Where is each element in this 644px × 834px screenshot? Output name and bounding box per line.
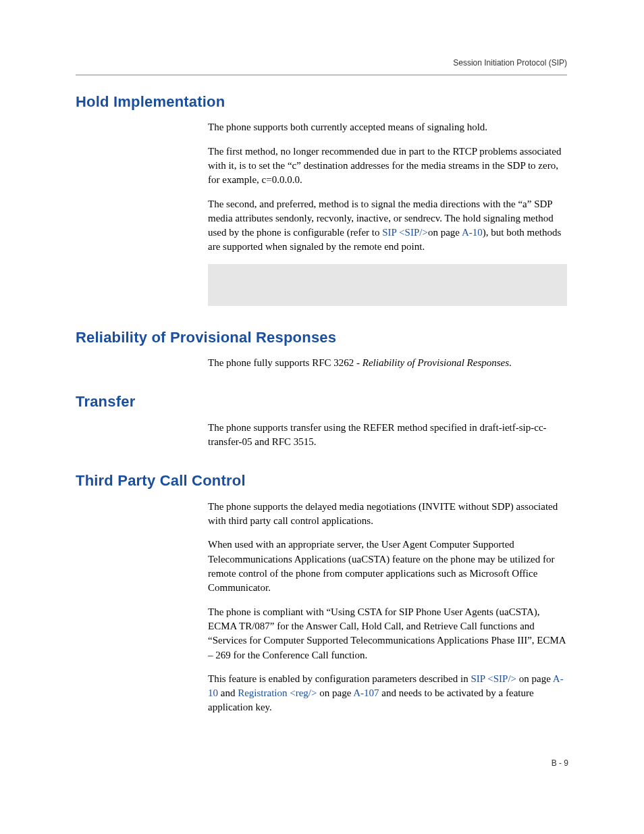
text-run: This feature is enabled by configuration… — [208, 673, 471, 684]
note-box — [208, 264, 567, 306]
paragraph: The phone supports both currently accept… — [208, 120, 567, 134]
section-body: The phone fully supports RFC 3262 - Reli… — [208, 356, 567, 370]
page-content: Session Initiation Protocol (SIP) Hold I… — [76, 58, 567, 715]
section-third-party-call-control: Third Party Call Control The phone suppo… — [76, 472, 567, 714]
paragraph: The first method, no longer recommended … — [208, 145, 567, 188]
heading-hold-implementation: Hold Implementation — [76, 93, 567, 111]
link-sip[interactable]: SIP <SIP/> — [382, 227, 428, 238]
page-number: B - 9 — [552, 758, 568, 768]
section-hold: Hold Implementation The phone supports b… — [76, 93, 567, 306]
text-run: on page — [516, 673, 553, 684]
section-body: The phone supports both currently accept… — [208, 120, 567, 305]
link-page-a107[interactable]: A-107 — [353, 687, 379, 698]
text-run: and — [218, 687, 238, 698]
section-reliability: Reliability of Provisional Responses The… — [76, 329, 567, 371]
heading-tpcc: Third Party Call Control — [76, 472, 567, 490]
text-run: . — [509, 357, 512, 368]
running-head: Session Initiation Protocol (SIP) — [76, 58, 567, 68]
paragraph: The phone supports transfer using the RE… — [208, 421, 567, 450]
paragraph: When used with an appropriate server, th… — [208, 538, 567, 595]
paragraph: The second, and preferred, method is to … — [208, 197, 567, 255]
text-run: The phone fully supports RFC 3262 - — [208, 357, 363, 368]
text-run: on page — [317, 687, 353, 698]
paragraph: This feature is enabled by configuration… — [208, 672, 567, 715]
text-italic: Reliability of Provisional Responses — [363, 357, 509, 368]
link-registration[interactable]: Registration <reg/> — [238, 687, 317, 698]
section-body: The phone supports the delayed media neg… — [208, 500, 567, 715]
section-transfer: Transfer The phone supports transfer usi… — [76, 393, 567, 449]
paragraph: The phone fully supports RFC 3262 - Reli… — [208, 356, 567, 370]
section-body: The phone supports transfer using the RE… — [208, 421, 567, 450]
paragraph: The phone is compliant with “Using CSTA … — [208, 605, 567, 662]
link-sip[interactable]: SIP <SIP/> — [471, 673, 516, 684]
link-page-a10[interactable]: A-10 — [462, 227, 483, 238]
header-rule — [76, 74, 567, 76]
text-run: on page — [428, 227, 462, 238]
heading-transfer: Transfer — [76, 393, 567, 411]
paragraph: The phone supports the delayed media neg… — [208, 500, 567, 529]
heading-reliability: Reliability of Provisional Responses — [76, 329, 567, 346]
